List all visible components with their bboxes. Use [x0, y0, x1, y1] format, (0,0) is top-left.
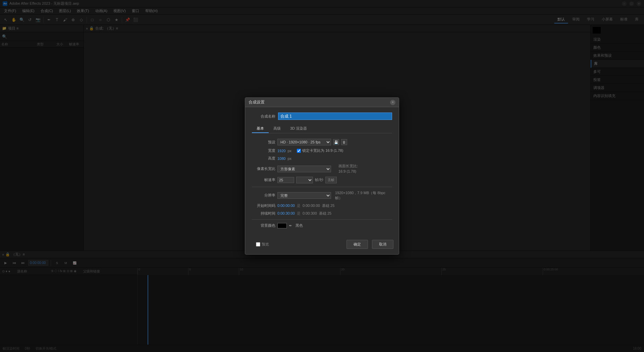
- comp-name-row: 合成名称: [252, 113, 392, 120]
- aspect-ratio-info: 画面长宽比: 16:9 (1.78): [338, 164, 358, 174]
- duration-value[interactable]: 0:00:30:00: [277, 211, 295, 215]
- bg-color-row: 背景颜色 ✒ 黑色: [252, 223, 392, 228]
- dialog-close-button[interactable]: ×: [390, 100, 395, 105]
- start-time-equals: 是: [297, 203, 301, 208]
- lock-ratio-check: 锁定卡宽比为 16:9 (1.78): [297, 148, 343, 153]
- bg-color-swatch[interactable]: [277, 223, 287, 228]
- framerate-label: 帧速率: [252, 177, 275, 182]
- pixel-ratio-label: 像素长宽比: [252, 166, 275, 171]
- start-time-label: 开始时间码: [252, 203, 275, 208]
- preset-row: 预设 HD · 1920×1080 · 25 fps 💾 🗑: [252, 139, 392, 145]
- dialog-titlebar: 合成设置 ×: [245, 98, 399, 107]
- framerate-select[interactable]: [296, 177, 313, 183]
- duration-equals: 是: [297, 211, 301, 216]
- ar-label: 画面长宽比:: [338, 164, 358, 169]
- height-unit: px: [287, 157, 291, 161]
- eyedropper-btn[interactable]: ✒: [289, 223, 292, 228]
- drop-frames-btn[interactable]: 丢帧: [325, 177, 337, 183]
- preview-check-row: 预览: [256, 242, 269, 247]
- framerate-row: 帧速率 帧/秒 丢帧: [252, 177, 392, 183]
- height-label: 高度: [252, 156, 275, 161]
- width-unit: px: [287, 149, 291, 153]
- dialog-tab-advanced[interactable]: 高级: [269, 125, 285, 133]
- height-row: 高度 1080 px: [252, 156, 392, 161]
- modal-overlay: 合成设置 × 合成名称 基本 高级 3D 渲染器 预设 HD · 1920×10…: [0, 0, 644, 352]
- preview-label: 预览: [262, 242, 269, 247]
- start-time-frames: 0:00:00:00: [303, 204, 320, 208]
- ar-value: 16:9 (1.78): [338, 169, 358, 174]
- comp-name-label: 合成名称: [252, 114, 275, 119]
- framerate-unit: 帧/秒: [315, 177, 323, 182]
- pixel-ratio-select[interactable]: 方形像素: [277, 166, 331, 172]
- duration-base: 基础 25: [319, 211, 331, 216]
- dialog-tabs: 基本 高级 3D 渲染器: [252, 125, 392, 133]
- dialog-body: 合成名称 基本 高级 3D 渲染器 预设 HD · 1920×1080 · 25…: [245, 107, 399, 236]
- duration-row: 持续时间 0:00:30:00 是 0:00:300 基础 25: [252, 211, 392, 216]
- preset-label: 预设: [252, 140, 275, 145]
- bg-color-name: 黑色: [296, 223, 303, 228]
- preset-select[interactable]: HD · 1920×1080 · 25 fps: [277, 139, 331, 145]
- preview-checkbox[interactable]: [256, 242, 260, 247]
- width-value[interactable]: 1920: [277, 149, 285, 153]
- dialog-footer: 预览 确定 取消: [245, 236, 399, 254]
- resolution-info: 1920×1080，7.9 MB（每 8bpc 帧）: [335, 190, 392, 201]
- resolution-row: 分辨率 完整 1920×1080，7.9 MB（每 8bpc 帧）: [252, 190, 392, 201]
- dialog-tab-3d[interactable]: 3D 渲染器: [285, 125, 312, 133]
- start-time-row: 开始时间码 0:00:00:00 是 0:00:00:00 基础 25: [252, 203, 392, 208]
- section-divider-2: [252, 219, 392, 220]
- cancel-button[interactable]: 取消: [372, 240, 393, 249]
- dialog-title: 合成设置: [249, 99, 265, 105]
- height-value[interactable]: 1080: [277, 157, 285, 161]
- duration-label: 持续时间: [252, 211, 275, 216]
- lock-ratio-checkbox[interactable]: [297, 149, 301, 153]
- width-label: 宽度: [252, 148, 275, 153]
- duration-frames: 0:00:300: [303, 211, 317, 215]
- start-time-value[interactable]: 0:00:00:00: [277, 204, 295, 208]
- confirm-button[interactable]: 确定: [346, 240, 368, 249]
- lock-ratio-label: 锁定卡宽比为 16:9 (1.78): [302, 148, 343, 153]
- pixel-ratio-row: 像素长宽比 方形像素 画面长宽比: 16:9 (1.78): [252, 164, 392, 174]
- bg-color-label: 背景颜色: [252, 223, 275, 228]
- dialog-tab-basic[interactable]: 基本: [252, 125, 269, 133]
- resolution-select-dialog[interactable]: 完整: [277, 192, 331, 199]
- save-preset-btn[interactable]: 💾: [333, 139, 339, 145]
- comp-name-input[interactable]: [278, 113, 392, 120]
- section-divider-1: [252, 187, 392, 187]
- width-row: 宽度 1920 px 锁定卡宽比为 16:9 (1.78): [252, 148, 392, 153]
- comp-settings-dialog: 合成设置 × 合成名称 基本 高级 3D 渲染器 预设 HD · 1920×10…: [245, 97, 399, 255]
- resolution-label: 分辨率: [252, 193, 275, 198]
- framerate-input[interactable]: [277, 177, 294, 183]
- delete-preset-btn[interactable]: 🗑: [341, 139, 347, 145]
- start-time-base: 基础 25: [322, 203, 334, 208]
